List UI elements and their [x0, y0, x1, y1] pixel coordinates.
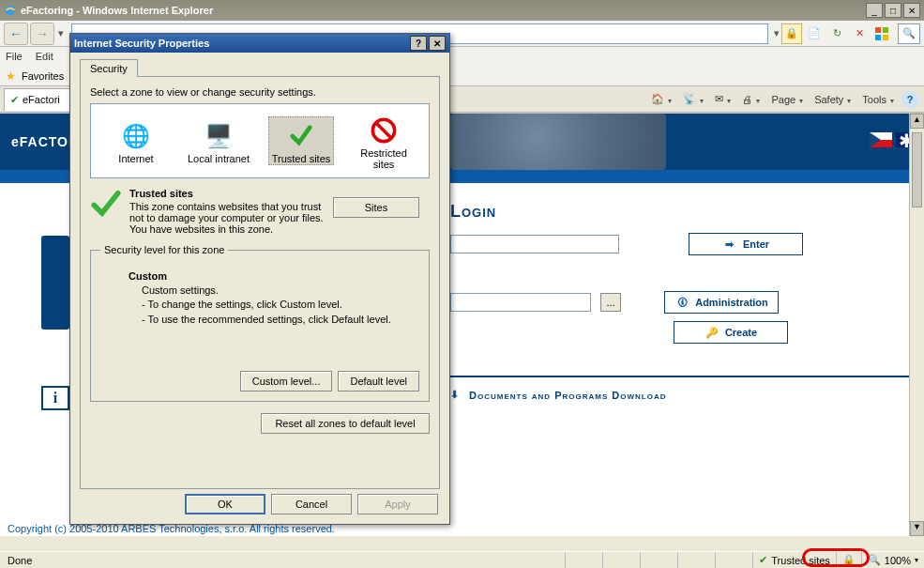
- brand-image: [450, 114, 666, 170]
- zone-list: Internet Local intranet Trusted sites: [90, 103, 430, 178]
- enter-icon: ➡: [722, 237, 737, 252]
- administration-button[interactable]: 🛈 Administration: [664, 291, 779, 314]
- menu-edit[interactable]: Edit: [36, 51, 53, 62]
- zoom-icon: 🔍: [868, 554, 881, 566]
- zoom-value: 100%: [885, 555, 911, 566]
- reset-all-button[interactable]: Reset all zones to default level: [261, 413, 430, 434]
- admin-icon: 🛈: [674, 295, 689, 310]
- svg-rect-1: [875, 27, 881, 33]
- scroll-up-icon[interactable]: ▲: [910, 114, 924, 129]
- custom-line-2: - To use the recommended settings, click…: [142, 313, 419, 327]
- status-cell-1: [565, 552, 602, 568]
- favorites-label[interactable]: Favorites: [22, 70, 64, 82]
- create-button[interactable]: 🔑 Create: [674, 321, 788, 344]
- nav-dropdown-icon[interactable]: ▾: [58, 27, 64, 39]
- custom-line-0: Custom settings.: [142, 284, 419, 298]
- zone-trusted[interactable]: Trusted sites: [268, 116, 334, 165]
- protected-mode-icon: 🔒: [836, 552, 861, 568]
- custom-level-button[interactable]: Custom level...: [240, 371, 333, 391]
- status-cell-2: [602, 552, 640, 568]
- download-icon: ⬇: [450, 389, 460, 401]
- svg-rect-3: [875, 35, 881, 40]
- window-titlebar: eFactoring - Windows Internet Explorer _…: [0, 0, 924, 21]
- compat-view-icon[interactable]: 📄: [804, 23, 825, 44]
- zone-trusted-label: Trusted sites: [269, 153, 333, 164]
- security-level-group: Security level for this zone Custom Cust…: [90, 244, 430, 402]
- svg-line-6: [376, 123, 391, 138]
- administration-label: Administration: [695, 297, 768, 308]
- window-title: eFactoring - Windows Internet Explorer: [21, 5, 866, 16]
- left-panel-stub: [41, 236, 69, 330]
- status-cell-3: [640, 552, 677, 568]
- star-icon: ★: [6, 69, 16, 83]
- info-icon[interactable]: i: [41, 386, 69, 410]
- addr-dropdown-icon[interactable]: ▾: [774, 27, 780, 39]
- zone-internet[interactable]: Internet: [103, 117, 169, 164]
- vertical-scrollbar[interactable]: ▲ ▼: [909, 114, 924, 536]
- certificate-field[interactable]: [450, 293, 591, 312]
- menu-file[interactable]: File: [6, 51, 23, 62]
- cancel-button[interactable]: Cancel: [271, 494, 352, 514]
- zone-intranet[interactable]: Local intranet: [186, 117, 251, 164]
- enter-button[interactable]: ➡ Enter: [689, 233, 803, 255]
- safety-menu[interactable]: Safety: [810, 92, 855, 107]
- browse-button[interactable]: ...: [600, 293, 621, 312]
- checkmark-icon: ✔: [10, 94, 19, 106]
- trusted-sites-header: Trusted sites: [129, 188, 326, 199]
- zone-restricted-label: Restricted sites: [351, 147, 417, 170]
- default-level-button[interactable]: Default level: [338, 371, 419, 391]
- flag-cz[interactable]: [870, 132, 892, 147]
- dialog-title: Internet Security Properties: [74, 38, 209, 49]
- window-close-button[interactable]: ✕: [903, 3, 920, 18]
- back-button[interactable]: [4, 23, 28, 45]
- forward-button[interactable]: [30, 23, 54, 45]
- download-section[interactable]: ⬇ Documents and Programs Download: [450, 376, 924, 401]
- stop-button[interactable]: ✕: [849, 23, 870, 44]
- custom-line-1: - To change the settings, click Custom l…: [142, 298, 419, 312]
- window-maximize-button[interactable]: □: [885, 3, 901, 18]
- status-zone: ✔ Trusted sites: [752, 552, 836, 568]
- computer-icon: [204, 121, 234, 151]
- checkmark-icon: ✔: [759, 554, 767, 566]
- window-minimize-button[interactable]: _: [866, 3, 883, 18]
- trusted-sites-desc2: You have websites in this zone.: [129, 223, 326, 235]
- mail-button[interactable]: ✉: [711, 91, 735, 107]
- svg-rect-2: [883, 27, 888, 33]
- zone-internet-label: Internet: [103, 153, 169, 164]
- refresh-button[interactable]: ↻: [826, 23, 847, 44]
- create-label: Create: [725, 327, 757, 338]
- help-button[interactable]: ?: [901, 91, 918, 108]
- scroll-thumb[interactable]: [912, 132, 922, 207]
- globe-icon: [121, 121, 151, 151]
- zoom-control[interactable]: 🔍 100% ▾: [861, 552, 924, 568]
- ok-button[interactable]: OK: [185, 494, 265, 514]
- no-entry-icon: [369, 115, 399, 146]
- large-checkmark-icon: [90, 188, 122, 235]
- apply-button[interactable]: Apply: [357, 494, 438, 514]
- login-field-1[interactable]: [450, 235, 619, 253]
- page-menu[interactable]: Page: [767, 92, 807, 107]
- tools-menu[interactable]: Tools: [858, 92, 898, 107]
- status-zone-label: Trusted sites: [771, 555, 830, 566]
- zone-prompt: Select a zone to view or change security…: [90, 86, 430, 98]
- tab-security[interactable]: Security: [80, 59, 138, 77]
- page-tab[interactable]: ✔ eFactori: [4, 88, 78, 111]
- scroll-down-icon[interactable]: ▼: [910, 521, 924, 536]
- login-header: Login: [450, 202, 924, 222]
- sites-button[interactable]: Sites: [333, 197, 419, 218]
- dialog-help-button[interactable]: ?: [410, 36, 427, 51]
- print-button[interactable]: 🖨: [738, 92, 764, 107]
- key-icon: 🔑: [704, 325, 720, 340]
- status-bar: Done ✔ Trusted sites 🔒 🔍 100% ▾: [0, 551, 924, 568]
- feeds-button[interactable]: 📡: [679, 91, 707, 107]
- trusted-sites-desc1: This zone contains websites that you tru…: [129, 201, 326, 223]
- status-cell-5: [715, 552, 752, 568]
- home-button[interactable]: 🏠: [647, 91, 675, 107]
- dialog-titlebar[interactable]: Internet Security Properties ? ✕: [70, 34, 449, 53]
- lock-icon: 🔒: [781, 23, 802, 44]
- download-label: Documents and Programs Download: [469, 390, 667, 401]
- enter-label: Enter: [743, 238, 769, 250]
- search-button[interactable]: 🔍: [898, 23, 920, 44]
- zone-restricted[interactable]: Restricted sites: [351, 112, 417, 170]
- dialog-close-button[interactable]: ✕: [429, 36, 446, 51]
